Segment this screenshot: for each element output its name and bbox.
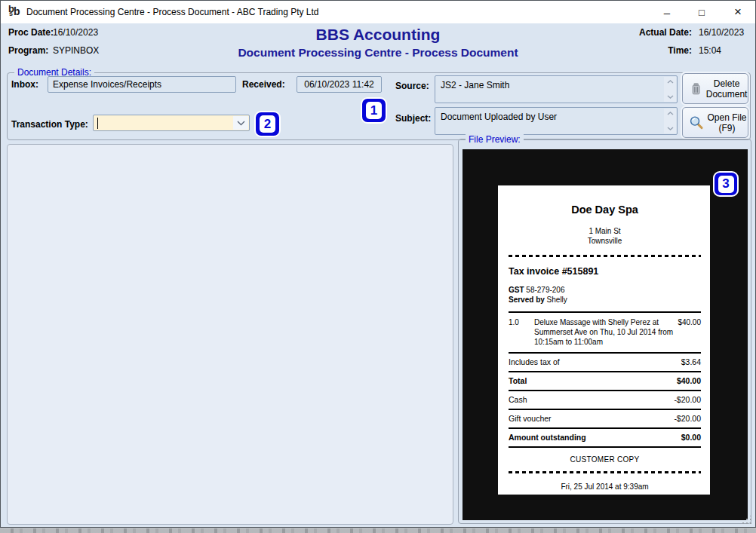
receipt-store-name: Doe Day Spa xyxy=(509,204,701,216)
received-field[interactable] xyxy=(297,76,382,93)
transaction-type-label: Transaction Type: xyxy=(11,119,88,130)
window-resize-grip[interactable] xyxy=(742,516,752,525)
minimize-button[interactable]: – xyxy=(650,1,684,23)
open-file-button[interactable]: Open File (F9) xyxy=(682,107,748,138)
maximize-icon: □ xyxy=(699,7,705,18)
inbox-label: Inbox: xyxy=(11,79,38,90)
item-qty: 1.0 xyxy=(509,317,534,347)
taskbar-sliver xyxy=(0,528,756,533)
source-value: JS2 - Jane Smith xyxy=(441,80,662,90)
source-scrollbar[interactable] xyxy=(664,77,676,102)
received-label: Received: xyxy=(242,79,285,90)
annotation-badge-3: 3 xyxy=(713,171,739,197)
receipt-document: Doe Day Spa 1 Main St Townsville Tax inv… xyxy=(498,185,710,495)
actual-date-value: 16/10/2023 xyxy=(699,27,744,38)
actual-date-label: Actual Date: xyxy=(639,27,692,38)
app-icon: b s b xyxy=(8,5,23,20)
receipt-row: Amount outstanding $0.00 xyxy=(509,427,701,446)
chevron-down-icon[interactable] xyxy=(667,127,674,130)
receipt-divider xyxy=(509,255,701,257)
file-preview-canvas: Doe Day Spa 1 Main St Townsville Tax inv… xyxy=(463,149,748,520)
annotation-badge-2: 2 xyxy=(254,111,281,137)
subject-value: Document Uploaded by User xyxy=(441,112,662,122)
item-amount: $40.00 xyxy=(678,317,701,347)
receipt-printed-date: Fri, 25 Jul 2014 at 9:39am xyxy=(509,482,701,491)
receipt-row: Cash -$20.00 xyxy=(509,390,701,409)
document-workspace-panel xyxy=(7,144,453,525)
time-label: Time: xyxy=(668,45,692,56)
subject-label: Subject: xyxy=(395,113,431,124)
minimize-icon: – xyxy=(664,6,670,19)
receipt-line-item: 1.0 Deluxe Massage with Shelly Perez at … xyxy=(509,311,701,352)
text-caret xyxy=(97,118,98,129)
window-title: Document Processing Centre - Process Doc… xyxy=(26,7,319,17)
receipt-totals: Includes tax of $3.64 Total $40.00 Cash … xyxy=(509,352,701,448)
transaction-type-dropdown-button[interactable] xyxy=(233,116,248,130)
trash-can-icon xyxy=(689,81,703,96)
open-file-label: Open File (F9) xyxy=(706,112,748,133)
chevron-up-icon[interactable] xyxy=(667,112,674,115)
receipt-meta: GST 58-279-206 Served by Shelly xyxy=(509,285,701,305)
time-value: 15:04 xyxy=(699,45,721,56)
chevron-up-icon[interactable] xyxy=(667,80,674,84)
inbox-field[interactable] xyxy=(48,76,236,93)
source-field[interactable]: JS2 - Jane Smith xyxy=(435,75,678,103)
subject-field[interactable]: Document Uploaded by User xyxy=(435,107,678,135)
subject-scrollbar[interactable] xyxy=(664,109,676,133)
page-title: Document Processing Centre - Process Doc… xyxy=(1,46,755,60)
chevron-down-icon[interactable] xyxy=(667,95,674,99)
item-description: Deluxe Massage with Shelly Perez at Summ… xyxy=(534,317,678,347)
receipt-invoice-number: Tax invoice #515891 xyxy=(509,266,701,277)
receipt-row: Gift voucher -$20.00 xyxy=(509,409,701,427)
magnifier-icon xyxy=(689,115,704,130)
receipt-row: Includes tax of $3.64 xyxy=(509,352,701,371)
title-bar: b s b Document Processing Centre - Proce… xyxy=(1,1,755,23)
delete-document-label: Delete Document xyxy=(705,78,748,100)
transaction-type-combobox[interactable] xyxy=(93,115,250,131)
chevron-down-icon xyxy=(237,121,245,126)
maximize-button[interactable]: □ xyxy=(684,1,719,23)
close-icon: × xyxy=(734,5,742,20)
receipt-address: 1 Main St Townsville xyxy=(509,226,701,246)
delete-document-button[interactable]: Delete Document xyxy=(682,73,748,104)
close-button[interactable]: × xyxy=(721,1,755,23)
receipt-divider xyxy=(509,471,701,473)
receipt-row: Total $40.00 xyxy=(509,371,701,390)
app-window: b s b Document Processing Centre - Proce… xyxy=(0,0,756,528)
annotation-badge-1: 1 xyxy=(361,97,387,124)
receipt-customer-copy: CUSTOMER COPY xyxy=(509,455,701,464)
file-preview-legend: File Preview: xyxy=(466,134,524,145)
source-label: Source: xyxy=(395,81,429,91)
